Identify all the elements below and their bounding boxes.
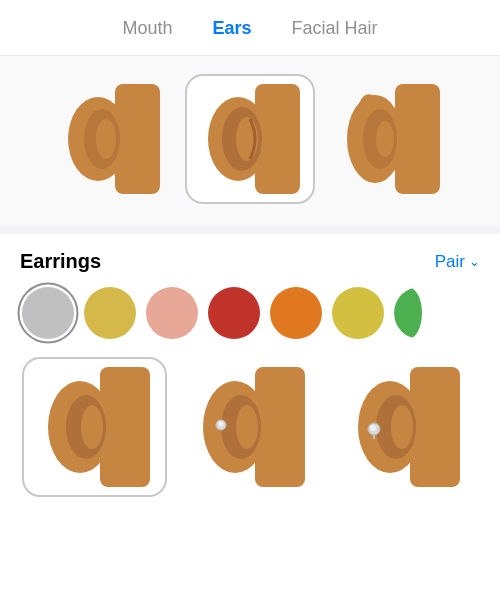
color-swatch-row bbox=[20, 287, 480, 339]
pair-label: Pair bbox=[435, 252, 465, 272]
svg-point-3 bbox=[96, 119, 116, 159]
color-swatch-orange[interactable] bbox=[270, 287, 322, 339]
earring-option-stud2[interactable] bbox=[333, 357, 478, 497]
earrings-title: Earrings bbox=[20, 250, 101, 273]
svg-point-19 bbox=[236, 405, 258, 449]
earring-option-stud1[interactable] bbox=[177, 357, 322, 497]
ear-option-2[interactable] bbox=[185, 74, 315, 204]
tab-mouth[interactable]: Mouth bbox=[122, 14, 172, 43]
color-swatch-red[interactable] bbox=[208, 287, 260, 339]
svg-point-25 bbox=[391, 405, 413, 449]
earrings-section: Earrings Pair ⌄ bbox=[0, 234, 500, 509]
earring-style-row bbox=[20, 357, 480, 497]
tab-bar: Mouth Ears Facial Hair bbox=[0, 0, 500, 56]
pair-selector[interactable]: Pair ⌄ bbox=[435, 252, 480, 272]
section-divider bbox=[0, 226, 500, 234]
svg-point-15 bbox=[81, 405, 103, 449]
color-swatch-green[interactable] bbox=[394, 287, 422, 339]
color-swatch-yellow[interactable] bbox=[84, 287, 136, 339]
ear-option-1[interactable] bbox=[45, 74, 175, 204]
svg-point-21 bbox=[219, 422, 224, 427]
tab-ears[interactable]: Ears bbox=[212, 14, 251, 43]
color-swatch-pink[interactable] bbox=[146, 287, 198, 339]
svg-point-11 bbox=[376, 121, 394, 157]
color-swatch-yellow2[interactable] bbox=[332, 287, 384, 339]
color-swatch-silver[interactable] bbox=[22, 287, 74, 339]
chevron-down-icon: ⌄ bbox=[469, 254, 480, 269]
ear-style-selector bbox=[0, 56, 500, 226]
tab-facial-hair[interactable]: Facial Hair bbox=[292, 14, 378, 43]
ear-option-3[interactable] bbox=[325, 74, 455, 204]
earrings-header: Earrings Pair ⌄ bbox=[20, 250, 480, 273]
svg-point-27 bbox=[370, 425, 376, 431]
earring-option-none[interactable] bbox=[22, 357, 167, 497]
